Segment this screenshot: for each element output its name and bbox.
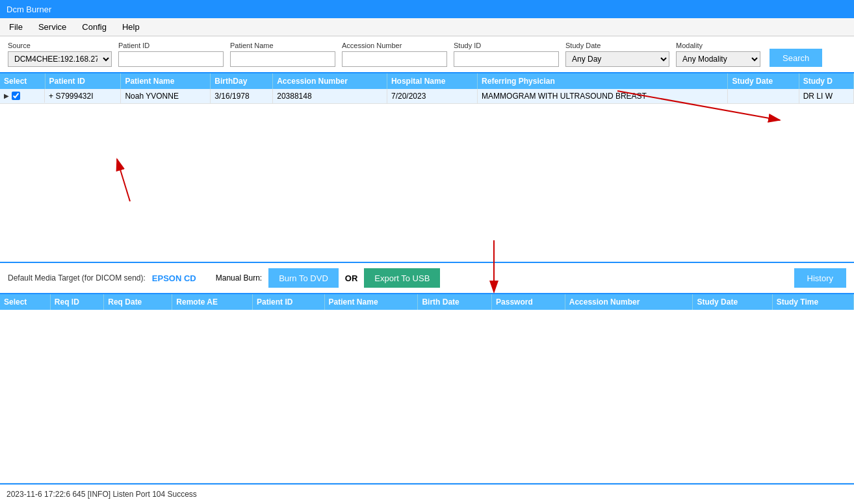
action-bar: Default Media Target (for DICOM send): E…: [0, 263, 854, 294]
cell-hospital: 7/20/2023: [387, 89, 477, 104]
results-table: Select Patient ID Patient Name BirthDay …: [0, 73, 854, 104]
epson-cd-text: EPSON CD: [152, 273, 196, 283]
row-arrow: ▶: [4, 92, 9, 99]
cell-study-d: DR LI W: [799, 89, 853, 104]
col-birthday: BirthDay: [211, 73, 273, 89]
q-col-patient-name: Patient Name: [324, 294, 418, 310]
table-row[interactable]: ▶ + S7999432I Noah YVONNE 3/16/1978 2038…: [0, 89, 854, 104]
patient-id-input[interactable]: [118, 51, 224, 67]
col-study-date: Study Date: [728, 73, 799, 89]
col-patient-id: Patient ID: [45, 73, 121, 89]
col-accession: Accession Number: [273, 73, 387, 89]
row-arrow-select: ▶: [0, 89, 45, 103]
modality-select[interactable]: Any Modality: [676, 51, 760, 67]
queue-table-container: Select Req ID Req Date Remote AE Patient…: [0, 294, 854, 483]
menu-config[interactable]: Config: [79, 21, 109, 33]
study-id-label: Study ID: [454, 42, 559, 49]
menu-file[interactable]: File: [6, 21, 25, 33]
results-table-header: Select Patient ID Patient Name BirthDay …: [0, 73, 854, 89]
q-col-select: Select: [0, 294, 50, 310]
study-date-select[interactable]: Any Day: [565, 51, 669, 67]
study-id-input[interactable]: [454, 51, 559, 67]
cell-study-date: [728, 89, 799, 104]
patient-id-label: Patient ID: [118, 42, 224, 49]
menu-help[interactable]: Help: [120, 21, 142, 33]
col-referring: Referring Physician: [478, 73, 728, 89]
q-col-accession: Accession Number: [565, 294, 693, 310]
study-date-field-group: Study Date Any Day: [565, 42, 669, 67]
col-study-d: Study D: [799, 73, 853, 89]
search-button[interactable]: Search: [770, 49, 822, 67]
export-usb-button[interactable]: Export To USB: [364, 268, 440, 288]
expand-icon: +: [49, 92, 55, 101]
q-col-password: Password: [492, 294, 565, 310]
accession-input[interactable]: [342, 51, 447, 67]
accession-field-group: Accession Number: [342, 42, 447, 67]
q-col-req-id: Req ID: [50, 294, 103, 310]
default-media-label: Default Media Target (for DICOM send):: [8, 273, 146, 283]
patient-name-field-group: Patient Name: [230, 42, 335, 67]
patient-name-label: Patient Name: [230, 42, 335, 49]
col-patient-name: Patient Name: [121, 73, 211, 89]
queue-table: Select Req ID Req Date Remote AE Patient…: [0, 294, 854, 310]
col-select: Select: [0, 73, 45, 89]
cell-patient-id: S7999432I: [55, 92, 93, 101]
title-bar: Dcm Burner: [0, 0, 854, 18]
burn-dvd-button[interactable]: Burn To DVD: [268, 268, 339, 288]
search-panel: Source DCM4CHEE:192.168.27 Patient ID Pa…: [0, 36, 854, 73]
status-message: 2023-11-6 17:22:6 645 [INFO] Listen Port…: [6, 490, 197, 499]
cell-expand-patientid: + S7999432I: [45, 89, 121, 104]
patient-id-field-group: Patient ID: [118, 42, 224, 67]
q-col-patient-id: Patient ID: [253, 294, 324, 310]
queue-table-header: Select Req ID Req Date Remote AE Patient…: [0, 294, 854, 310]
q-col-birth-date: Birth Date: [418, 294, 492, 310]
manual-burn-label: Manual Burn:: [216, 273, 262, 283]
q-col-remote-ae: Remote AE: [172, 294, 253, 310]
patient-name-input[interactable]: [230, 51, 335, 67]
source-label: Source: [8, 42, 112, 49]
cell-birthday: 3/16/1978: [211, 89, 273, 104]
results-table-container: Select Patient ID Patient Name BirthDay …: [0, 73, 854, 263]
status-bar: 2023-11-6 17:22:6 645 [INFO] Listen Port…: [0, 483, 854, 504]
row-checkbox[interactable]: [12, 92, 20, 100]
col-hospital: Hospital Name: [387, 73, 477, 89]
title-bar-text: Dcm Burner: [6, 5, 51, 14]
cell-accession-number: 20388148: [273, 89, 387, 104]
q-col-req-date: Req Date: [104, 294, 172, 310]
source-field-group: Source DCM4CHEE:192.168.27: [8, 42, 112, 67]
accession-label: Accession Number: [342, 42, 447, 49]
study-date-label: Study Date: [565, 42, 669, 49]
cell-patient-name: Noah YVONNE: [121, 89, 211, 104]
cell-referring-physician: MAMMOGRAM WITH ULTRASOUND BREAST: [478, 89, 728, 104]
menu-bar: File Service Config Help: [0, 18, 854, 36]
or-text: OR: [345, 273, 358, 283]
source-select[interactable]: DCM4CHEE:192.168.27: [8, 51, 112, 67]
menu-service[interactable]: Service: [36, 21, 69, 33]
modality-label: Modality: [676, 42, 760, 49]
q-col-study-date: Study Date: [693, 294, 772, 310]
q-col-study-time: Study Time: [772, 294, 853, 310]
modality-field-group: Modality Any Modality: [676, 42, 760, 67]
study-id-field-group: Study ID: [454, 42, 559, 67]
history-button[interactable]: History: [794, 268, 846, 288]
